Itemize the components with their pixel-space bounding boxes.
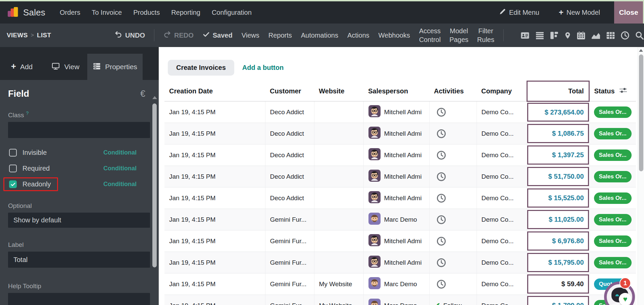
- column-header-creation-date[interactable]: Creation Date: [164, 81, 265, 101]
- cell-status[interactable]: Sales Or...: [589, 123, 636, 144]
- cell-customer[interactable]: Gemini Fur...: [265, 230, 314, 252]
- new-model-button[interactable]: + New Model: [559, 8, 600, 16]
- graph-view-icon[interactable]: [591, 31, 601, 40]
- cell-website[interactable]: My Website: [314, 295, 363, 305]
- cell-customer[interactable]: Gemini Fur...: [265, 295, 314, 305]
- cell-total[interactable]: $ 59.40: [527, 273, 589, 295]
- optional-select[interactable]: Show by default: [8, 213, 150, 228]
- column-header-total[interactable]: Total: [527, 81, 589, 101]
- cell-activities[interactable]: [429, 144, 477, 166]
- cell-salesperson[interactable]: Mitchell Admi: [363, 252, 429, 273]
- studio-tab-automations[interactable]: Automations: [301, 32, 338, 39]
- cell-total[interactable]: $ 11,025.00: [527, 209, 589, 230]
- cell-salesperson[interactable]: Marc Demo: [363, 209, 429, 230]
- cell-company[interactable]: Demo Co...: [477, 209, 527, 230]
- cell-creation-date[interactable]: Jan 19, 4:15 PM: [164, 187, 265, 209]
- cell-total[interactable]: $ 1,086.75: [527, 123, 589, 144]
- main-scrollbar-thumb[interactable]: [639, 54, 643, 171]
- cell-website[interactable]: [314, 144, 363, 166]
- cell-company[interactable]: Demo Co...: [477, 252, 527, 273]
- required-checkbox[interactable]: [9, 165, 17, 172]
- activity-clock-icon[interactable]: [434, 236, 446, 246]
- cell-company[interactable]: Demo Co...: [477, 230, 527, 252]
- cell-customer[interactable]: Deco Addict: [265, 101, 314, 123]
- cell-creation-date[interactable]: Jan 19, 4:15 PM: [164, 230, 265, 252]
- cell-website[interactable]: [314, 123, 363, 144]
- studio-tab-actions[interactable]: Actions: [347, 32, 369, 39]
- sidebar-scrollbar[interactable]: [152, 96, 157, 303]
- map-pin-view-icon[interactable]: [564, 31, 571, 40]
- cell-website[interactable]: [314, 230, 363, 252]
- column-header-status[interactable]: Status: [589, 81, 636, 101]
- scroll-up-arrow-icon[interactable]: [639, 49, 643, 52]
- cell-salesperson[interactable]: Mitchell Admi: [363, 123, 429, 144]
- cell-creation-date[interactable]: Jan 19, 4:15 PM: [164, 123, 265, 144]
- calendar-view-icon[interactable]: [577, 31, 586, 40]
- undo-button[interactable]: UNDO: [114, 31, 145, 40]
- studio-tab-views[interactable]: Views: [242, 32, 259, 39]
- class-input[interactable]: [8, 122, 150, 138]
- cell-salesperson[interactable]: Mitchell Admi: [363, 144, 429, 166]
- cell-salesperson[interactable]: Mitchell Admi: [363, 166, 429, 187]
- activity-clock-icon[interactable]: [434, 258, 446, 268]
- cell-status[interactable]: Sales Or...: [589, 230, 636, 252]
- pivot-view-icon[interactable]: [606, 31, 615, 40]
- cell-activities[interactable]: [429, 230, 477, 252]
- cell-total[interactable]: $ 6,976.80: [527, 230, 589, 252]
- cell-company[interactable]: Demo Co...: [477, 101, 527, 123]
- activity-clock-icon[interactable]: [434, 215, 446, 225]
- conditional-link-invisible[interactable]: Conditional: [103, 149, 137, 156]
- cell-activities[interactable]: [429, 252, 477, 273]
- cell-creation-date[interactable]: Jan 19, 4:15 PM: [164, 144, 265, 166]
- column-header-salesperson[interactable]: Salesperson: [363, 81, 429, 101]
- search-view-icon[interactable]: [635, 31, 644, 40]
- cell-total[interactable]: $ 15,795.00: [527, 252, 589, 273]
- breadcrumb-list[interactable]: LIST: [37, 32, 51, 39]
- cell-activities[interactable]: ✔Follow...: [429, 295, 477, 305]
- activity-clock-icon[interactable]: [434, 129, 446, 139]
- cell-activities[interactable]: [429, 166, 477, 187]
- list-view-icon[interactable]: [535, 31, 544, 40]
- cell-website[interactable]: [314, 252, 363, 273]
- create-invoices-button[interactable]: Create Invoices: [168, 60, 234, 76]
- cell-creation-date[interactable]: Jan 19, 4:15 PM: [164, 273, 265, 295]
- invisible-checkbox[interactable]: [9, 149, 17, 157]
- cell-activities[interactable]: [429, 187, 477, 209]
- label-input[interactable]: [8, 252, 150, 268]
- close-button[interactable]: Close: [614, 1, 643, 24]
- cell-activities[interactable]: [429, 123, 477, 144]
- nav-menu-orders[interactable]: Orders: [54, 9, 86, 16]
- scroll-up-arrow-icon[interactable]: [152, 96, 157, 99]
- column-header-activities[interactable]: Activities: [429, 81, 477, 101]
- cell-website[interactable]: My Website: [314, 273, 363, 295]
- conditional-link-readonly[interactable]: Conditional: [103, 181, 137, 188]
- activity-clock-icon[interactable]: [434, 107, 446, 117]
- sidebar-tab-add[interactable]: +Add: [0, 54, 44, 80]
- nav-menu-to-invoice[interactable]: To Invoice: [86, 9, 128, 16]
- help-tooltip-input[interactable]: [8, 293, 150, 305]
- cell-status[interactable]: Sales Or...: [589, 101, 636, 123]
- studio-tab-access-control[interactable]: AccessControl: [419, 27, 441, 44]
- cell-company[interactable]: Demo Co...: [477, 187, 527, 209]
- nav-menu-products[interactable]: Products: [128, 9, 165, 16]
- cell-company[interactable]: Demo Co...: [477, 144, 527, 166]
- conditional-link-required[interactable]: Conditional: [103, 165, 137, 172]
- cell-activities[interactable]: [429, 209, 477, 230]
- cell-total[interactable]: $ 15,525.00: [527, 187, 589, 209]
- app-brand[interactable]: Sales: [0, 6, 45, 19]
- cell-customer[interactable]: Deco Addict: [265, 123, 314, 144]
- cell-salesperson[interactable]: Mitchell Admi: [363, 101, 429, 123]
- heart-reaction-bubble[interactable]: ♥: [619, 293, 632, 305]
- cell-status[interactable]: Sales Or...: [589, 144, 636, 166]
- readonly-checkbox[interactable]: [9, 180, 17, 188]
- cell-status[interactable]: Sales Or...: [589, 252, 636, 273]
- cell-creation-date[interactable]: Jan 19, 4:15 PM: [164, 295, 265, 305]
- studio-tab-filter-rules[interactable]: FilterRules: [477, 27, 494, 44]
- activity-clock-icon[interactable]: [434, 172, 446, 182]
- column-header-company[interactable]: Company: [477, 81, 527, 101]
- cell-customer[interactable]: Gemini Fur...: [265, 273, 314, 295]
- cell-company[interactable]: Demo Co...: [477, 166, 527, 187]
- column-settings-icon[interactable]: [619, 87, 628, 96]
- cell-total[interactable]: $ 1,799.00: [527, 295, 589, 305]
- cell-status[interactable]: Sales Or...: [589, 187, 636, 209]
